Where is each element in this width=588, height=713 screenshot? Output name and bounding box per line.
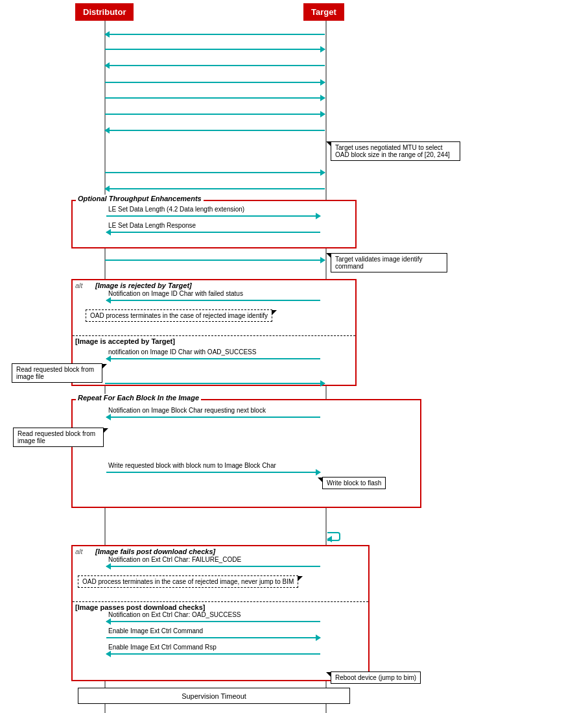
note-read-block-1: Read requested block from image file [12, 363, 102, 383]
alt-2-accepted-label: [Image passes post download checks] [75, 603, 206, 611]
arrow-15 [105, 383, 325, 384]
arrow-le-set-label: LE Set Data Length (4.2 Data length exte… [108, 206, 244, 213]
frame-alt-1: alt [Image is rejected by Target] Notifi… [71, 279, 357, 386]
note-target-mtu: Target uses negotiated MTU to select OAD… [331, 141, 460, 161]
arrow-write-block-label: Write requested block with block num to … [108, 462, 276, 469]
supervision-timeout-box: Supervision Timeout [78, 688, 350, 704]
arrow-enable-ext-ctrl [106, 637, 320, 638]
arrow-enable-ext-ctrl-rsp-label: Enable Image Ext Ctrl Command Rsp [108, 644, 217, 651]
frame-repeat-label: Repeat For Each Block In the Image [76, 394, 201, 402]
alt-2-separator [73, 601, 368, 602]
note-target-validates: Target validates image identify command [331, 253, 447, 272]
alt-1-accepted-label: [Image is accepted by Target] [75, 337, 175, 345]
supervision-timeout-label: Supervision Timeout [182, 692, 246, 700]
arrow-8 [105, 172, 325, 173]
arrow-notification-failed-label: Notification on Image ID Char with faile… [108, 290, 243, 297]
arrow-12 [105, 260, 325, 261]
arrow-notification-success [106, 358, 320, 359]
note-write-flash: Write block to flash [322, 477, 386, 489]
arrow-oad-success [106, 621, 320, 622]
arrow-le-set-response [106, 232, 320, 233]
arrow-6 [105, 114, 325, 115]
note-oad-post: OAD process terminates in the case of re… [78, 575, 298, 588]
note-read-block-2: Read requested block from image file [13, 428, 104, 447]
arrow-le-set-data-length [106, 215, 320, 217]
arrow-enable-ext-ctrl-rsp [106, 653, 320, 655]
frame-alt-2: alt [Image fails post download checks] N… [71, 545, 370, 681]
arrow-notification-success-label: notification on Image ID Char with OAD_S… [108, 348, 256, 356]
frame-optional-throughput-label: Optional Throughput Enhancements [76, 195, 204, 202]
arrow-failure-code-label: Notification on Ext Ctrl Char: FAILURE_C… [108, 556, 241, 563]
arrow-4 [105, 82, 325, 83]
sequence-diagram: Distributor Target Target uses negotiate… [0, 0, 588, 713]
arrow-oad-success-label: Notification on Ext Ctrl Char: OAD_SUCCE… [108, 611, 241, 618]
alt-2-condition: [Image fails post download checks] [95, 548, 215, 555]
arrow-5 [105, 97, 325, 99]
note-reboot: Reboot device (jump to bim) [331, 671, 421, 684]
alt-1-label: alt [75, 282, 83, 289]
arrow-le-set-response-label: LE Set Data Length Response [108, 222, 196, 229]
alt-1-condition: [Image is rejected by Target] [95, 282, 192, 289]
arrow-notification-block-label: Notification on Image Block Char request… [108, 407, 266, 414]
lifeline-distributor-label: Distributor [75, 3, 134, 21]
arrow-7 [105, 130, 325, 131]
arrow-notification-failed [106, 300, 320, 301]
arrow-2 [105, 49, 325, 50]
frame-optional-throughput: Optional Throughput Enhancements LE Set … [71, 200, 357, 248]
arrow-failure-code [106, 566, 320, 567]
arrow-1 [105, 34, 325, 35]
arrow-enable-ext-ctrl-label: Enable Image Ext Ctrl Command [108, 627, 203, 634]
arrow-notification-block [106, 417, 320, 418]
note-oad-terminates: OAD process terminates in the case of re… [86, 309, 272, 322]
alt-1-separator [73, 335, 355, 336]
frame-repeat: Repeat For Each Block In the Image Notif… [71, 399, 421, 508]
alt-2-label: alt [75, 548, 83, 555]
arrow-9 [105, 188, 325, 189]
lifeline-target-label: Target [303, 3, 344, 21]
loop-arrow-head [327, 536, 332, 542]
arrow-write-block [106, 472, 320, 473]
arrow-3 [105, 65, 325, 66]
